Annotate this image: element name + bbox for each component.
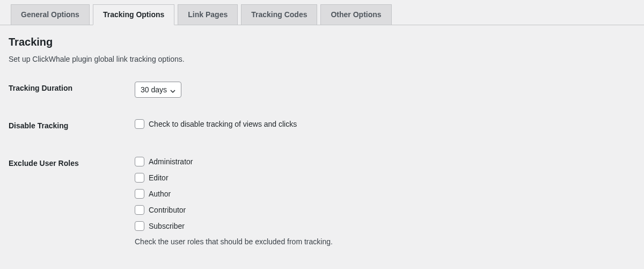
- tab-tracking-options[interactable]: Tracking Options: [93, 4, 174, 25]
- disable-tracking-checkbox[interactable]: [135, 119, 144, 129]
- role-administrator-checkbox[interactable]: [135, 157, 144, 166]
- disable-tracking-checkbox-label: Check to disable tracking of views and c…: [149, 120, 297, 128]
- tab-general-options[interactable]: General Options: [11, 4, 90, 25]
- role-author-checkbox[interactable]: [135, 189, 144, 199]
- tab-tracking-codes[interactable]: Tracking Codes: [241, 4, 317, 25]
- field-tracking-duration: Tracking Duration 30 days: [9, 82, 635, 98]
- tab-other-options[interactable]: Other Options: [320, 4, 391, 25]
- tracking-duration-value: 30 days: [141, 85, 167, 94]
- role-subscriber-label: Subscriber: [149, 222, 185, 230]
- tabs-nav: General Options Tracking Options Link Pa…: [0, 0, 644, 25]
- role-administrator-label: Administrator: [149, 157, 193, 166]
- role-author-label: Author: [149, 190, 171, 198]
- disable-tracking-label: Disable Tracking: [9, 119, 135, 130]
- exclude-roles-label: Exclude User Roles: [9, 157, 135, 168]
- role-subscriber-checkbox[interactable]: [135, 221, 144, 231]
- tab-link-pages[interactable]: Link Pages: [178, 4, 238, 25]
- section-description: Set up ClickWhale plugin global link tra…: [9, 55, 635, 63]
- role-contributor-checkbox[interactable]: [135, 205, 144, 215]
- role-editor-checkbox[interactable]: [135, 173, 144, 183]
- role-contributor-label: Contributor: [149, 206, 186, 214]
- content-area: Tracking Set up ClickWhale plugin global…: [0, 25, 644, 262]
- field-disable-tracking: Disable Tracking Check to disable tracki…: [9, 119, 635, 135]
- tracking-duration-label: Tracking Duration: [9, 82, 135, 92]
- chevron-down-icon: [170, 87, 175, 92]
- section-title: Tracking: [9, 36, 635, 48]
- exclude-roles-help: Check the user roles that should be excl…: [135, 237, 635, 246]
- field-exclude-roles: Exclude User Roles Administrator Editor …: [9, 157, 635, 246]
- role-editor-label: Editor: [149, 173, 169, 182]
- tracking-duration-select[interactable]: 30 days: [135, 82, 181, 98]
